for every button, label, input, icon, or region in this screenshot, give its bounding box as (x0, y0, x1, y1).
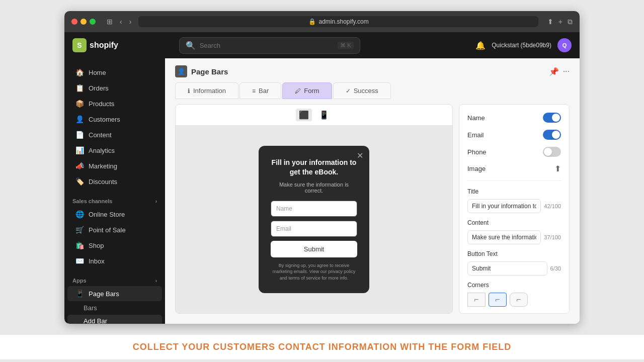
corner-sharp-btn[interactable]: ⌐ (467, 293, 486, 307)
new-tab-btn[interactable]: + (558, 18, 562, 26)
sidebar-sub-bars[interactable]: Bars (67, 302, 162, 314)
sidebar-item-point-of-sale[interactable]: 🛒 Point of Sale (67, 222, 162, 237)
search-input[interactable] (200, 42, 334, 49)
customers-icon: 👤 (75, 115, 84, 123)
content-area: 👤 Page Bars 📌 ··· ℹ Information (165, 58, 580, 324)
main-layout: 🏠 Home 📋 Orders 📦 Products 👤 Customers 📄 (64, 58, 580, 324)
marketing-icon: 📣 (75, 162, 84, 170)
top-nav: S shopify 🔍 ⌘ K 🔔 Quickstart (5bde09b9) … (64, 32, 580, 58)
modal-subtitle: Make sure the information is correct. (271, 182, 357, 194)
browser-chrome: ⊞ ‹ › 🔒 admin.shopify.com ⬆ + ⧉ (64, 11, 580, 32)
settings-panel: Name Email Phone (459, 104, 570, 314)
quickstart-btn[interactable]: Quickstart (5bde09b9) (492, 42, 551, 49)
browser-controls: ⊞ ‹ › (105, 17, 133, 27)
content-input[interactable] (467, 230, 541, 244)
content-input-row: 37/100 (467, 230, 561, 244)
shopify-logo-text: shopify (90, 41, 118, 50)
preview-toolbar: ⬛ 📱 (176, 105, 452, 126)
sub-add-bar-label: Add Bar (84, 317, 107, 324)
modal-close-btn[interactable]: ✕ (357, 151, 363, 160)
traffic-light-red[interactable] (71, 19, 77, 25)
bottom-banner: COLLECT YOUR CUSTOMERS CONTACT INFORMATI… (0, 335, 644, 359)
sidebar-item-inbox[interactable]: ✉️ Inbox (67, 253, 162, 268)
tab-information[interactable]: ℹ Information (175, 82, 238, 99)
orders-icon: 📋 (75, 84, 84, 92)
avatar[interactable]: Q (557, 38, 572, 52)
sidebar-item-customers[interactable]: 👤 Customers (67, 112, 162, 127)
tab-success[interactable]: ✓ Success (333, 82, 391, 99)
info-tab-icon: ℹ (188, 87, 190, 95)
page-title: Page Bars (191, 67, 228, 76)
name-toggle[interactable] (543, 113, 561, 123)
nav-right: 🔔 Quickstart (5bde09b9) Q (475, 38, 572, 52)
traffic-light-green[interactable] (90, 19, 96, 25)
phone-toggle-knob (544, 148, 552, 156)
sidebar-label-discounts: Discounts (89, 178, 117, 186)
title-input[interactable] (467, 199, 541, 213)
address-bar[interactable]: 🔒 admin.shopify.com (138, 16, 538, 27)
lock-icon: 🔒 (308, 18, 316, 25)
pin-btn[interactable]: 📌 (549, 67, 559, 76)
tab-information-label: Information (193, 87, 226, 95)
window-toggle-btn[interactable]: ⊞ (105, 17, 115, 27)
tab-bar-label: Bar (259, 87, 269, 95)
corners-label: Corners (467, 282, 561, 289)
online-store-icon: 🌐 (75, 210, 84, 218)
more-actions-btn[interactable]: ··· (563, 67, 570, 76)
tab-bar[interactable]: ≡ Bar (239, 82, 281, 99)
apps-header[interactable]: Apps › (64, 273, 165, 286)
content-icon: 📄 (75, 131, 84, 139)
image-setting-row: Image ⬆ (467, 164, 561, 173)
bar-tab-icon: ≡ (252, 87, 256, 95)
discounts-icon: 🏷️ (75, 177, 84, 186)
inner-content: ⬛ 📱 ✕ Fill in your information to get th… (165, 99, 580, 324)
share-btn[interactable]: ⬆ (547, 18, 553, 26)
sidebar-item-home[interactable]: 🏠 Home (67, 65, 162, 80)
tabs-bar: ℹ Information ≡ Bar 🖊 Form ✓ Success (165, 82, 580, 99)
sidebar-item-online-store[interactable]: 🌐 Online Store (67, 207, 162, 222)
mobile-view-btn[interactable]: 📱 (316, 109, 332, 121)
phone-toggle[interactable] (543, 147, 561, 157)
traffic-light-yellow[interactable] (80, 19, 87, 25)
form-tab-icon: 🖊 (295, 87, 301, 95)
modal-submit-btn[interactable]: Submit (271, 241, 357, 257)
sales-channels-header[interactable]: Sales channels › (64, 193, 165, 206)
email-toggle-knob (552, 131, 560, 139)
sidebar-item-shop[interactable]: 🛍️ Shop (67, 238, 162, 253)
sidebar-sub-add-bar[interactable]: Add Bar (67, 315, 162, 324)
corner-slight-btn[interactable]: ⌐ (489, 293, 507, 307)
back-btn[interactable]: ‹ (118, 17, 124, 27)
sidebar-item-orders[interactable]: 📋 Orders (67, 80, 162, 96)
button-text-section-label: Button Text (467, 250, 561, 257)
sidebar-item-content[interactable]: 📄 Content (67, 127, 162, 142)
modal-title: Fill in your information to get the eBoo… (271, 158, 357, 177)
sidebar-item-analytics[interactable]: 📊 Analytics (67, 143, 162, 158)
corner-round-btn[interactable]: ⌐ (510, 293, 528, 307)
modal-email-input[interactable] (271, 221, 357, 237)
modal-name-input[interactable] (271, 201, 357, 217)
sidebar-item-discounts[interactable]: 🏷️ Discounts (67, 174, 162, 189)
button-text-input[interactable] (467, 261, 547, 276)
desktop-view-btn[interactable]: ⬛ (296, 109, 312, 121)
products-icon: 📦 (75, 100, 84, 108)
search-bar-container[interactable]: 🔍 ⌘ K (179, 37, 360, 54)
sidebar: 🏠 Home 📋 Orders 📦 Products 👤 Customers 📄 (64, 58, 165, 324)
sidebar-item-marketing[interactable]: 📣 Marketing (67, 158, 162, 173)
page-actions: 📌 ··· (549, 67, 570, 76)
banner-text: COLLECT YOUR CUSTOMERS CONTACT INFORMATI… (10, 342, 634, 352)
title-input-row: 42/100 (467, 199, 561, 213)
split-btn[interactable]: ⧉ (568, 18, 573, 26)
sidebar-label-online-store: Online Store (89, 211, 125, 218)
name-setting-row: Name (467, 113, 561, 123)
sidebar-item-page-bars[interactable]: 📱 Page Bars (67, 286, 162, 301)
shopify-logo[interactable]: S shopify (72, 38, 118, 52)
apps-expand-icon: › (155, 278, 157, 284)
page-title-area: 👤 Page Bars (175, 65, 228, 77)
expand-icon: › (155, 199, 157, 204)
forward-btn[interactable]: › (127, 17, 134, 27)
tab-form[interactable]: 🖊 Form (282, 82, 332, 99)
sidebar-item-products[interactable]: 📦 Products (67, 96, 162, 111)
notification-btn[interactable]: 🔔 (475, 41, 486, 50)
email-toggle[interactable] (543, 130, 561, 140)
image-upload-btn[interactable]: ⬆ (554, 164, 561, 173)
